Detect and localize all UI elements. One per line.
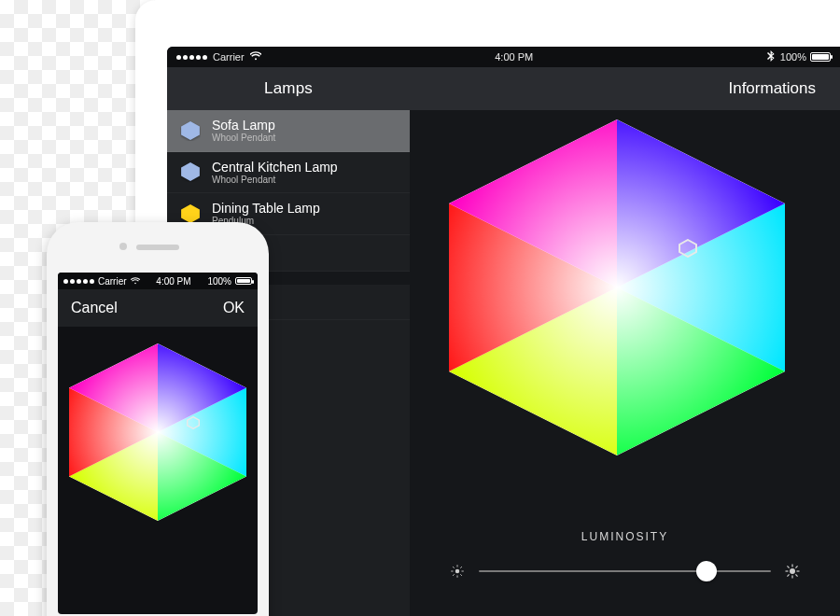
- signal-icon: [63, 279, 94, 284]
- lamp-color-icon: [180, 203, 201, 224]
- svg-line-20: [460, 574, 462, 576]
- ok-button[interactable]: OK: [223, 300, 245, 316]
- lamp-item[interactable]: Sofa LampWhool Pendant: [167, 110, 410, 152]
- svg-point-23: [790, 568, 795, 574]
- svg-line-30: [787, 574, 789, 576]
- svg-marker-2: [181, 162, 200, 181]
- svg-rect-12: [449, 119, 785, 455]
- svg-line-31: [795, 566, 797, 567]
- battery-indicator: 100%: [780, 51, 831, 63]
- lamp-color-icon: [180, 120, 201, 141]
- brightness-low-icon: [449, 563, 466, 580]
- svg-line-21: [453, 574, 455, 576]
- svg-marker-40: [188, 417, 200, 429]
- lamp-color-icon: [180, 161, 201, 182]
- luminosity-control: LUMINOSITY: [449, 530, 801, 582]
- color-hexagon[interactable]: [449, 119, 785, 455]
- wifi-icon: [131, 275, 140, 287]
- clock-label: 4:00 PM: [495, 51, 533, 63]
- bluetooth-icon: [767, 50, 775, 63]
- svg-marker-1: [181, 121, 200, 140]
- svg-line-22: [460, 567, 462, 568]
- svg-rect-39: [69, 343, 246, 521]
- lamp-name-label: Sofa Lamp: [212, 118, 275, 133]
- iphone-status-bar: Carrier 4:00 PM 100%: [58, 273, 258, 289]
- color-cursor[interactable]: [679, 239, 697, 258]
- signal-icon: [176, 55, 207, 60]
- color-hexagon[interactable]: [69, 343, 246, 521]
- battery-pct-label: 100%: [780, 51, 806, 63]
- cancel-button[interactable]: Cancel: [71, 300, 118, 316]
- wifi-icon: [250, 51, 261, 63]
- luminosity-slider[interactable]: [479, 560, 771, 582]
- svg-point-14: [455, 569, 460, 574]
- brightness-high-icon: [784, 563, 801, 580]
- iphone-screen: Carrier 4:00 PM 100% Cancel OK: [58, 273, 258, 614]
- color-cursor[interactable]: [187, 416, 200, 429]
- carrier-label: Carrier: [213, 51, 245, 63]
- lamp-name-label: Central Kitchen Lamp: [212, 160, 338, 175]
- carrier-label: Carrier: [98, 276, 127, 287]
- ipad-status-bar: Carrier 4:00 PM 100%: [167, 47, 840, 67]
- lamp-name-label: Dining Table Lamp: [212, 201, 320, 216]
- svg-line-29: [795, 574, 797, 576]
- battery-indicator: 100%: [207, 276, 252, 287]
- clock-label: 4:00 PM: [156, 276, 190, 287]
- sidebar-title: Lamps: [167, 79, 410, 98]
- color-picker-pane: LUMINOSITY: [410, 110, 840, 616]
- battery-pct-label: 100%: [207, 276, 231, 287]
- luminosity-label: LUMINOSITY: [449, 530, 801, 543]
- lamp-subtitle-label: Whool Pendant: [212, 133, 275, 144]
- ipad-toolbar: Lamps Informations: [167, 67, 840, 110]
- svg-line-19: [453, 567, 455, 568]
- lamp-subtitle-label: Whool Pendant: [212, 175, 338, 186]
- svg-line-28: [787, 566, 789, 567]
- informations-button[interactable]: Informations: [410, 79, 840, 98]
- svg-marker-13: [679, 240, 696, 257]
- lamp-item[interactable]: Central Kitchen LampWhool Pendant: [167, 152, 410, 194]
- svg-marker-3: [181, 204, 200, 223]
- iphone-device-frame: Carrier 4:00 PM 100% Cancel OK: [47, 222, 269, 616]
- iphone-toolbar: Cancel OK: [58, 289, 258, 327]
